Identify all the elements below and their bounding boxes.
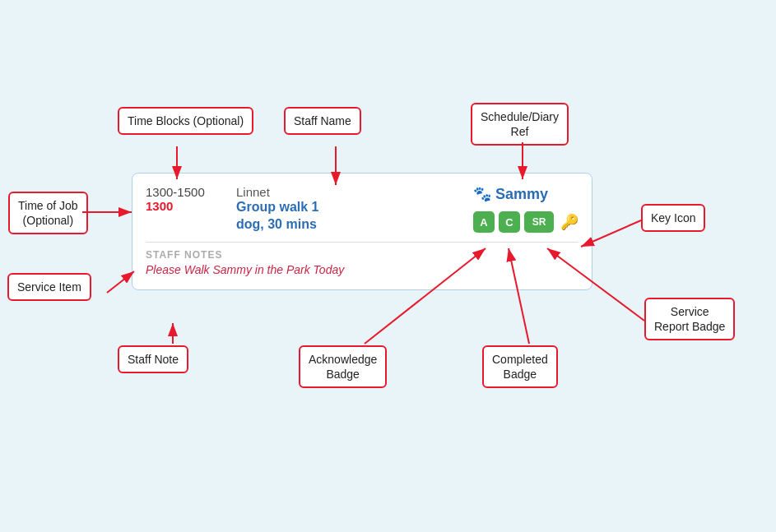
completed-badge-label: CompletedBadge: [482, 345, 558, 388]
service-report-badge: SR: [524, 211, 554, 233]
time-blocks-label: Time Blocks (Optional): [118, 107, 253, 135]
key-icon: 🔑: [560, 213, 579, 231]
service-report-badge-label: ServiceReport Badge: [644, 298, 735, 340]
svg-line-6: [107, 271, 134, 293]
staff-notes-section: STAFF NOTES Please Walk Sammy in the Par…: [146, 242, 579, 276]
staff-name-label: Staff Name: [284, 107, 361, 135]
service-card: 1300-1500 1300 Linnet Group walk 1 dog, …: [132, 173, 592, 290]
acknowledge-badge: A: [473, 211, 495, 233]
staff-notes-text: Please Walk Sammy in the Park Today: [146, 263, 579, 276]
service-info-section: Linnet Group walk 1 dog, 30 mins: [220, 185, 457, 234]
time-block-section: 1300-1500 1300: [146, 185, 220, 213]
pet-name: Sammy: [495, 186, 548, 203]
badge-row: A C SR 🔑: [473, 211, 579, 233]
staff-name-text: Linnet: [236, 185, 457, 199]
schedule-diary-label: Schedule/DiaryRef: [471, 103, 569, 146]
acknowledge-badge-label: AcknowledgeBadge: [299, 345, 387, 388]
time-of-job-label: Time of Job(Optional): [8, 192, 88, 234]
time-actual: 1300: [146, 199, 220, 213]
staff-note-label: Staff Note: [118, 345, 188, 373]
staff-notes-label: STAFF NOTES: [146, 249, 579, 261]
pet-section: 🐾 Sammy A C SR 🔑: [457, 185, 579, 233]
paw-icon: 🐾: [473, 185, 491, 203]
key-icon-label: Key Icon: [641, 204, 705, 232]
completed-badge: C: [499, 211, 520, 233]
time-range: 1300-1500: [146, 185, 220, 199]
service-description: Group walk 1 dog, 30 mins: [236, 199, 457, 234]
service-item-label: Service Item: [7, 273, 91, 301]
